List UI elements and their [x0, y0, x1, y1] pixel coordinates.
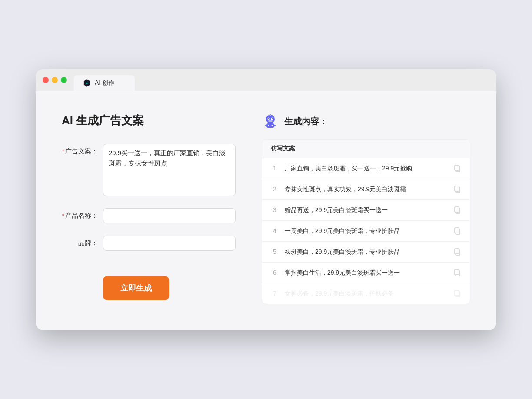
copy-icon-6[interactable] — [453, 269, 461, 276]
svg-point-14 — [272, 125, 273, 126]
svg-rect-24 — [455, 249, 459, 254]
table-row-faded: 7 女神必备，29.9元美白淡斑霜，护肤必备 — [262, 283, 470, 304]
copy-icon-2[interactable] — [453, 185, 461, 193]
result-header: 生成内容： — [262, 113, 470, 130]
required-mark-ad: * — [62, 147, 64, 155]
table-row: 4 一周美白，29.9元美白淡斑霜，专业护肤品 — [262, 221, 470, 242]
svg-rect-18 — [455, 186, 459, 191]
content-area: AI 生成广告文案 *广告文案： 29.9买一送一，真正的厂家直销，美白淡斑霜，… — [36, 91, 496, 330]
left-panel: AI 生成广告文案 *广告文案： 29.9买一送一，真正的厂家直销，美白淡斑霜，… — [62, 113, 236, 304]
row-text-5: 祛斑美白，29.9元美白淡斑霜，专业护肤品 — [285, 247, 447, 256]
tab-label: AI 创作 — [95, 79, 114, 87]
row-num-1: 1 — [271, 165, 279, 172]
row-num-6: 6 — [271, 269, 279, 276]
result-table: 仿写文案 1 厂家直销，美白淡斑霜，买一送一，29.9元抢购 2 专抹女性斑点，… — [262, 139, 470, 304]
svg-text:AI: AI — [86, 82, 88, 84]
close-button[interactable] — [43, 77, 49, 83]
svg-rect-11 — [265, 125, 267, 126]
table-row: 3 赠品再送，29.9元美白淡斑霜买一送一 — [262, 200, 470, 221]
minimize-button[interactable] — [52, 77, 58, 83]
row-num-7: 7 — [271, 290, 279, 297]
brand-label: 品牌： — [62, 236, 103, 247]
row-text-6: 掌握美白生活，29.9元美白淡斑霜买一送一 — [285, 268, 447, 277]
row-num-3: 3 — [271, 206, 279, 213]
copy-icon-5[interactable] — [453, 248, 461, 256]
svg-point-5 — [268, 118, 269, 119]
submit-button[interactable]: 立即生成 — [103, 276, 169, 300]
brand-input[interactable]: 好白 — [103, 236, 236, 251]
row-num-4: 4 — [271, 227, 279, 234]
row-text-1: 厂家直销，美白淡斑霜，买一送一，29.9元抢购 — [285, 164, 447, 173]
browser-chrome: AI AI 创作 — [36, 69, 496, 91]
brand-row: 品牌： 好白 — [62, 236, 236, 251]
svg-rect-28 — [455, 290, 459, 296]
ai-icon: AI — [83, 79, 91, 87]
svg-point-9 — [270, 114, 271, 115]
traffic-lights — [43, 77, 67, 89]
row-text-2: 专抹女性斑点，真实功效，29.9元美白淡斑霜 — [285, 185, 447, 194]
product-name-row: *产品名称： 美白淡斑霜 — [62, 208, 236, 223]
browser-window: AI AI 创作 AI 生成广告文案 *广告文案： 29.9买一送一，真正的厂家… — [36, 69, 496, 330]
table-row: 1 厂家直销，美白淡斑霜，买一送一，29.9元抢购 — [262, 158, 470, 179]
svg-rect-20 — [455, 207, 459, 212]
result-title: 生成内容： — [284, 116, 328, 127]
table-row: 5 祛斑美白，29.9元美白淡斑霜，专业护肤品 — [262, 242, 470, 263]
row-text-4: 一周美白，29.9元美白淡斑霜，专业护肤品 — [285, 226, 447, 236]
page-title: AI 生成广告文案 — [62, 113, 236, 128]
right-panel: 生成内容： 仿写文案 1 厂家直销，美白淡斑霜，买一送一，29.9元抢购 2 专… — [262, 113, 470, 304]
row-text-7: 女神必备，29.9元美白淡斑霜，护肤必备 — [285, 289, 447, 298]
svg-rect-7 — [268, 120, 273, 121]
product-name-input[interactable]: 美白淡斑霜 — [103, 208, 236, 223]
required-mark-product: * — [62, 212, 64, 219]
copy-icon-3[interactable] — [453, 206, 461, 214]
svg-point-6 — [272, 118, 273, 119]
product-name-label: *产品名称： — [62, 208, 103, 220]
svg-rect-12 — [274, 125, 276, 126]
svg-rect-16 — [455, 165, 459, 170]
maximize-button[interactable] — [61, 77, 67, 83]
svg-rect-22 — [455, 228, 459, 233]
table-row: 6 掌握美白生活，29.9元美白淡斑霜买一送一 — [262, 263, 470, 283]
copy-icon-4[interactable] — [453, 227, 461, 235]
row-num-2: 2 — [271, 186, 279, 193]
robot-icon — [262, 113, 279, 130]
row-text-3: 赠品再送，29.9元美白淡斑霜买一送一 — [285, 206, 447, 215]
ad-copy-label: *广告文案： — [62, 144, 103, 156]
copy-icon-1[interactable] — [453, 164, 461, 172]
copy-icon-7[interactable] — [453, 289, 461, 297]
table-row: 2 专抹女性斑点，真实功效，29.9元美白淡斑霜 — [262, 179, 470, 200]
tab-ai-creation[interactable]: AI AI 创作 — [74, 75, 135, 91]
svg-rect-26 — [455, 269, 459, 275]
table-header: 仿写文案 — [262, 140, 470, 158]
ad-copy-input[interactable]: 29.9买一送一，真正的厂家直销，美白淡斑霜，专抹女性斑点 — [103, 144, 236, 196]
svg-rect-10 — [266, 123, 274, 128]
ad-copy-row: *广告文案： 29.9买一送一，真正的厂家直销，美白淡斑霜，专抹女性斑点 — [62, 144, 236, 196]
row-num-5: 5 — [271, 248, 279, 255]
svg-point-13 — [268, 125, 269, 126]
